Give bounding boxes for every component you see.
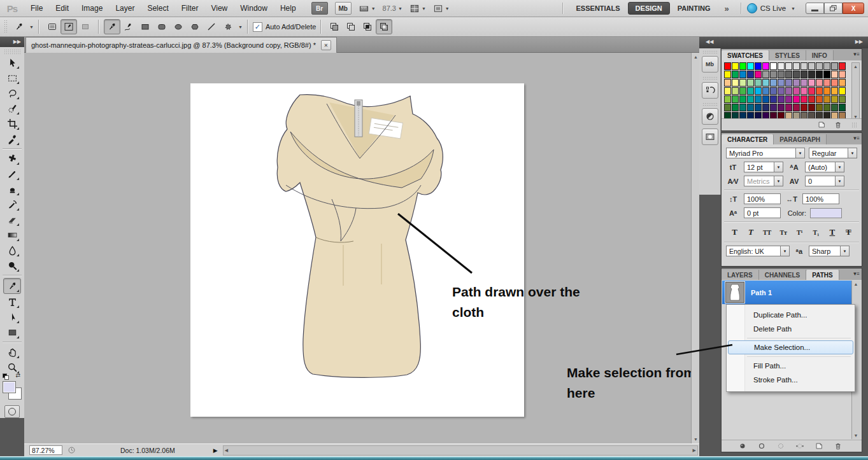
- swatch[interactable]: [778, 95, 785, 103]
- swatch[interactable]: [831, 95, 838, 103]
- chevron-down-icon[interactable]: ▼: [774, 176, 783, 186]
- custom-shape-tool-button[interactable]: [220, 19, 236, 34]
- faux-bold-button[interactable]: T: [728, 227, 741, 238]
- faux-italic-button[interactable]: T: [744, 227, 758, 238]
- swatch[interactable]: [762, 95, 769, 103]
- restore-button[interactable]: [824, 3, 843, 14]
- menu-filter[interactable]: Filter: [175, 0, 205, 17]
- swatch[interactable]: [755, 71, 762, 78]
- tab-character[interactable]: CHARACTER: [722, 134, 774, 144]
- swatch[interactable]: [770, 87, 777, 95]
- swatch[interactable]: [755, 79, 762, 87]
- exclude-overlapping-path-areas-button[interactable]: [376, 19, 392, 34]
- font-style-select[interactable]: Regular ▼: [809, 148, 857, 158]
- swatch[interactable]: [732, 87, 739, 95]
- swatch[interactable]: [732, 71, 739, 78]
- swatch[interactable]: [747, 87, 754, 95]
- workspace-design[interactable]: DESIGN: [628, 2, 670, 15]
- status-clock-icon[interactable]: [68, 446, 76, 454]
- shape-layers-mode-button[interactable]: [44, 19, 60, 34]
- leading-select[interactable]: (Auto) ▼: [805, 162, 844, 172]
- swatch[interactable]: [808, 79, 815, 87]
- canvas-area[interactable]: Path drawn over the cloth Make selection…: [24, 53, 691, 443]
- all-caps-button[interactable]: TT: [760, 227, 774, 238]
- swatch[interactable]: [800, 104, 808, 111]
- tool-dock-collapse[interactable]: ▶▶: [0, 37, 24, 47]
- chevron-down-icon[interactable]: ▼: [835, 176, 844, 186]
- fill-path-icon[interactable]: [738, 442, 747, 450]
- swatch[interactable]: [816, 62, 823, 70]
- swatch[interactable]: [732, 79, 739, 87]
- fill-pixels-mode-button[interactable]: [77, 19, 94, 34]
- swatch[interactable]: [747, 79, 754, 87]
- chevron-down-icon[interactable]: ▼: [780, 246, 790, 256]
- swatch[interactable]: [739, 71, 746, 78]
- swatch[interactable]: [739, 87, 746, 95]
- workspace-essentials[interactable]: ESSENTIALS: [569, 2, 628, 15]
- swatch[interactable]: [732, 62, 739, 70]
- tab-info[interactable]: INFO: [806, 50, 834, 60]
- swatch[interactable]: [800, 87, 808, 95]
- swatch[interactable]: [724, 62, 731, 70]
- font-family-select[interactable]: Myriad Pro ▼: [726, 148, 805, 158]
- swatch[interactable]: [793, 62, 800, 70]
- document-tab[interactable]: ghost-mannequin-photography-strateas-car…: [25, 37, 337, 53]
- expand-panels-icon[interactable]: ◀◀: [706, 39, 713, 48]
- rectangle-shape-tool[interactable]: [4, 325, 20, 340]
- swatch[interactable]: [800, 95, 808, 103]
- swatch[interactable]: [839, 71, 846, 78]
- status-zoom-field[interactable]: 87.27%: [29, 445, 62, 455]
- swatch[interactable]: [755, 87, 762, 95]
- vertical-scrollbar[interactable]: ▲ ▼: [691, 53, 699, 443]
- swatch[interactable]: [778, 104, 785, 111]
- guides-button[interactable]: ▼: [359, 4, 376, 13]
- swatch[interactable]: [823, 95, 830, 103]
- new-swatch-icon[interactable]: [817, 120, 826, 129]
- swatch[interactable]: [816, 87, 823, 95]
- current-tool-pen-icon[interactable]: [11, 19, 27, 34]
- swatch[interactable]: [831, 71, 838, 78]
- swatch[interactable]: [823, 62, 830, 70]
- swatch[interactable]: [724, 79, 731, 87]
- polygon-tool-button[interactable]: [187, 19, 203, 34]
- swatch[interactable]: [823, 104, 830, 111]
- menu-item-fill-path[interactable]: Fill Path...: [728, 359, 853, 373]
- swatch[interactable]: [808, 71, 815, 78]
- swatch[interactable]: [831, 79, 838, 87]
- swatch[interactable]: [770, 104, 777, 111]
- swatch[interactable]: [770, 71, 777, 78]
- font-size-select[interactable]: 12 pt ▼: [744, 162, 783, 172]
- anti-alias-select[interactable]: Sharp ▼: [809, 246, 850, 256]
- checkbox-checked-icon[interactable]: ✓: [253, 22, 262, 32]
- swatch[interactable]: [739, 62, 746, 70]
- swatch[interactable]: [770, 95, 777, 103]
- panel-grip[interactable]: [702, 50, 717, 55]
- history-panel-button[interactable]: [702, 82, 718, 99]
- superscript-button[interactable]: T¹: [793, 227, 806, 238]
- subscript-button[interactable]: T₁: [809, 227, 823, 238]
- auto-add-delete-option[interactable]: ✓ Auto Add/Delete: [253, 22, 317, 32]
- swatch[interactable]: [816, 95, 823, 103]
- freeform-pen-tool-button[interactable]: [120, 19, 137, 34]
- resize-grip[interactable]: [851, 122, 857, 127]
- path-row-selected[interactable]: Path 1: [722, 281, 852, 304]
- zoom-level-dropdown[interactable]: 87.3 ▼: [383, 4, 402, 12]
- eraser-tool[interactable]: [4, 213, 20, 227]
- menu-edit[interactable]: Edit: [49, 0, 75, 17]
- baseline-shift-field[interactable]: 0 pt: [744, 207, 781, 218]
- scroll-down-icon[interactable]: ▼: [852, 433, 860, 438]
- panel-menu-icon[interactable]: ▼≡: [852, 52, 859, 57]
- swatch[interactable]: [739, 95, 746, 103]
- swatch[interactable]: [839, 104, 846, 111]
- small-caps-button[interactable]: Tᴛ: [777, 227, 790, 238]
- intersect-path-areas-button[interactable]: [359, 19, 376, 34]
- add-to-path-area-button[interactable]: [326, 19, 343, 34]
- image-document[interactable]: [190, 83, 524, 417]
- swatch[interactable]: [785, 62, 792, 70]
- swatches-scrollbar[interactable]: ▲ ▼: [851, 62, 860, 121]
- tab-paths[interactable]: PATHS: [806, 270, 839, 280]
- chevron-down-icon[interactable]: ▼: [835, 162, 844, 172]
- close-button[interactable]: X: [843, 3, 864, 14]
- swatch[interactable]: [785, 104, 792, 111]
- menu-select[interactable]: Select: [141, 0, 174, 17]
